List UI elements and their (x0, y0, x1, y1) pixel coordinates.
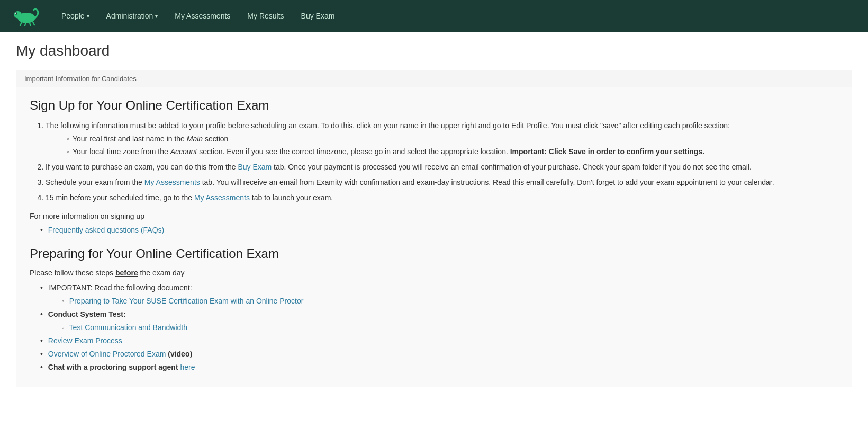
prep-bullet-system-test: Conduct System Test: Test Communication … (40, 309, 838, 333)
signup-steps: The following information must be added … (30, 120, 838, 203)
faq-list: Frequently asked questions (FAQs) (30, 225, 838, 236)
faq-header: For more information on signing up (30, 212, 838, 220)
prep-intro: Please follow these steps before the exa… (30, 269, 838, 277)
section1-title: Sign Up for Your Online Certification Ex… (30, 98, 838, 113)
test-communication-link[interactable]: Test Communication and Bandwidth (69, 323, 187, 332)
step1-bullet-2: Your local time zone from the Account se… (67, 146, 838, 157)
faq-link[interactable]: Frequently asked questions (FAQs) (48, 226, 164, 234)
nav-item-my-results[interactable]: My Results (239, 0, 292, 32)
nav-item-buy-exam[interactable]: Buy Exam (293, 0, 343, 32)
prep-bullet-chat: Chat with a proctoring support agent her… (40, 362, 838, 373)
signup-step-4: 15 min before your scheduled time, go to… (46, 192, 838, 203)
prep-bullet-overview: Overview of Online Proctored Exam (video… (40, 349, 838, 360)
prep-bullet-important: IMPORTANT: Read the following document: … (40, 282, 838, 307)
section2-title: Preparing for Your Online Certification … (30, 246, 838, 261)
prep-subbullet-bandwidth: Test Communication and Bandwidth (61, 322, 838, 333)
preparing-link[interactable]: Preparing to Take Your SUSE Certificatio… (69, 297, 304, 305)
logo (0, 0, 53, 32)
svg-line-4 (20, 22, 22, 26)
chat-link[interactable]: here (180, 363, 195, 371)
signup-step-1: The following information must be added … (46, 120, 838, 157)
people-dropdown-caret: ▾ (87, 13, 89, 19)
prep-subbullet-2: Test Communication and Bandwidth (40, 322, 838, 333)
buy-exam-link[interactable]: Buy Exam (238, 163, 272, 171)
main-content: My dashboard Important Information for C… (0, 32, 868, 408)
info-box-body: Sign Up for Your Online Certification Ex… (16, 87, 852, 387)
faq-list-item: Frequently asked questions (FAQs) (40, 225, 838, 236)
svg-point-1 (14, 11, 22, 19)
prep-bullets: IMPORTANT: Read the following document: … (30, 282, 838, 373)
page-title: My dashboard (16, 42, 852, 59)
info-box: Important Information for Candidates Sig… (16, 70, 852, 387)
nav-item-people[interactable]: People ▾ (53, 0, 98, 32)
suse-logo-icon (11, 5, 42, 26)
step1-bullet-1: Your real first and last name in the Mai… (67, 134, 838, 145)
signup-step-3: Schedule your exam from the My Assessmen… (46, 177, 838, 188)
prep-subbullet-1: Preparing to Take Your SUSE Certificatio… (40, 296, 838, 307)
review-exam-link[interactable]: Review Exam Process (48, 336, 122, 345)
nav-item-my-assessments[interactable]: My Assessments (166, 0, 239, 32)
my-assessments-link-step3[interactable]: My Assessments (144, 178, 200, 186)
administration-dropdown-caret: ▾ (155, 13, 158, 19)
signup-step-2: If you want to purchase an exam, you can… (46, 162, 838, 173)
nav-links: People ▾ Administration ▾ My Assessments… (53, 0, 343, 32)
prep-section: Please follow these steps before the exa… (30, 269, 838, 373)
step1-subbullets: Your real first and last name in the Mai… (46, 134, 838, 157)
svg-point-3 (15, 13, 16, 14)
overview-link[interactable]: Overview of Online Proctored Exam (48, 350, 166, 358)
prep-bullet-review-exam: Review Exam Process (40, 335, 838, 346)
main-nav: People ▾ Administration ▾ My Assessments… (0, 0, 868, 32)
svg-line-7 (33, 22, 34, 25)
svg-line-5 (25, 23, 26, 26)
svg-line-6 (30, 23, 31, 26)
prep-subbullet-doc: Preparing to Take Your SUSE Certificatio… (61, 296, 838, 307)
nav-item-administration[interactable]: Administration ▾ (98, 0, 167, 32)
info-box-header: Important Information for Candidates (16, 70, 852, 87)
my-assessments-link-step4[interactable]: My Assessments (194, 193, 250, 202)
faq-section: For more information on signing up Frequ… (30, 212, 838, 236)
